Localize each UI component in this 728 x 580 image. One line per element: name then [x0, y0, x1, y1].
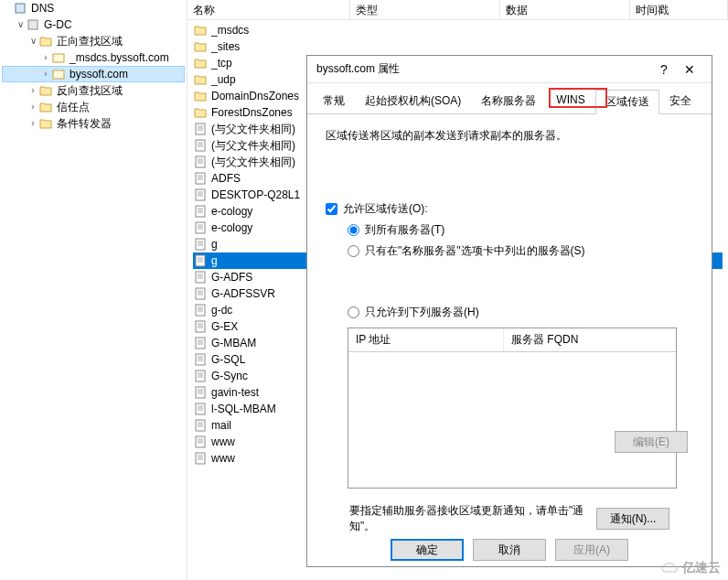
svg-rect-48 [196, 305, 205, 316]
zone-properties-dialog: byssoft.com 属性 ? ✕ 常规起始授权机构(SOA)名称服务器WIN… [306, 55, 712, 567]
dialog-titlebar[interactable]: byssoft.com 属性 ? ✕ [307, 56, 712, 83]
record-icon [193, 287, 208, 300]
record-icon [193, 156, 208, 168]
record-icon [193, 123, 208, 135]
list-item-label: www [211, 452, 235, 465]
col-data[interactable]: 数据 [500, 0, 630, 19]
tree-forward-zones[interactable]: ∨ 正向查找区域 [2, 33, 185, 49]
folder-icon [38, 101, 53, 113]
list-item-label: ADFS [211, 172, 241, 185]
radio-name-servers-label: 只有在"名称服务器"选项卡中列出的服务器(S) [365, 243, 585, 259]
radio-only-following-row[interactable]: 只允许到下列服务器(H) [348, 305, 693, 320]
col-name[interactable]: 名称 [187, 0, 350, 19]
notify-row: 要指定辅助服务器接收区域更新通知，请单击"通知"。 通知(N)... [326, 503, 693, 534]
dialog-footer: 确定 取消 应用(A) [307, 539, 712, 561]
record-icon [193, 172, 208, 185]
cloud-icon [660, 562, 679, 575]
ok-button[interactable]: 确定 [391, 539, 464, 561]
expand-icon[interactable]: › [27, 82, 38, 99]
tree-conditional-forwarders[interactable]: › 条件转发器 [2, 115, 185, 132]
col-type[interactable]: 类型 [350, 0, 500, 19]
dialog-tabs: 常规起始授权机构(SOA)名称服务器WINS区域传送安全 [307, 83, 712, 114]
svg-rect-24 [196, 206, 205, 217]
collapse-icon[interactable]: ∨ [15, 16, 26, 33]
folder-icon [38, 84, 53, 97]
radio-only-following[interactable] [348, 306, 359, 318]
watermark: 亿速云 [660, 560, 721, 576]
svg-rect-68 [196, 387, 205, 398]
highlight-allow-transfer [326, 161, 463, 201]
record-icon [193, 271, 208, 284]
record-icon [193, 238, 208, 251]
list-item[interactable]: _msdcs [193, 22, 723, 38]
tree-zone-byssoft[interactable]: › byssoft.com [2, 66, 185, 82]
radio-name-servers[interactable] [348, 245, 359, 257]
zone-icon [51, 68, 66, 81]
apply-button[interactable]: 应用(A) [555, 539, 628, 561]
expand-icon[interactable]: › [40, 49, 51, 66]
expand-icon[interactable]: › [27, 99, 38, 115]
svg-rect-8 [196, 140, 205, 151]
edit-button[interactable]: 编辑(E) [615, 431, 688, 453]
list-item-label: G-MBAM [211, 337, 256, 349]
tree-reverse-zones[interactable]: › 反向查找区域 [2, 82, 185, 99]
svg-rect-44 [196, 288, 205, 299]
tree-node-gdc[interactable]: ∨ G-DC [2, 16, 185, 33]
folder-icon [193, 90, 208, 102]
svg-rect-28 [196, 222, 205, 233]
expand-icon[interactable]: › [40, 66, 51, 82]
tab-nameservers[interactable]: 名称服务器 [471, 89, 546, 113]
highlight-only-following [348, 264, 536, 299]
dialog-title: byssoft.com 属性 [316, 61, 651, 77]
svg-rect-1 [28, 20, 37, 29]
list-item-label: l-SQL-MBAM [211, 403, 276, 415]
folder-icon [193, 57, 208, 70]
allowed-servers-table[interactable]: IP 地址 服务器 FQDN [348, 328, 677, 489]
tree-label: G-DC [44, 16, 183, 33]
help-icon[interactable]: ? [651, 62, 677, 77]
notify-text: 要指定辅助服务器接收区域更新通知，请单击"通知"。 [349, 503, 596, 534]
record-icon [193, 254, 208, 267]
highlight-zone-transfer-tab [549, 88, 607, 108]
list-item-label: G-SQL [211, 353, 245, 366]
list-item-label: (与父文件夹相同) [211, 155, 295, 170]
collapse-icon[interactable]: ∨ [27, 33, 38, 49]
svg-rect-56 [196, 338, 205, 349]
allow-zone-transfer-row[interactable]: 允许区域传送(O): [326, 201, 693, 217]
record-icon [193, 435, 208, 448]
record-icon [193, 320, 208, 333]
list-item-label: G-ADFS [211, 271, 252, 284]
allow-zone-transfer-checkbox[interactable] [326, 203, 337, 215]
record-icon [193, 403, 208, 415]
list-item-label: g [211, 254, 218, 267]
notify-button[interactable]: 通知(N)... [596, 508, 669, 530]
radio-name-servers-row[interactable]: 只有在"名称服务器"选项卡中列出的服务器(S) [348, 243, 693, 259]
svg-rect-80 [196, 436, 205, 447]
radio-all-servers-row[interactable]: 到所有服务器(T) [348, 222, 693, 238]
tree-label: 反向查找区域 [57, 82, 183, 99]
tree-label: byssoft.com [70, 66, 183, 82]
tree-zone-msdcs[interactable]: › _msdcs.byssoft.com [2, 49, 185, 66]
record-icon [193, 205, 208, 218]
svg-rect-12 [196, 156, 205, 167]
expand-icon[interactable]: › [27, 115, 38, 132]
svg-rect-60 [196, 354, 205, 365]
list-item-label: _msdcs [211, 24, 249, 37]
list-item-label: g-dc [211, 304, 232, 317]
tab-soa[interactable]: 起始授权机构(SOA) [355, 89, 471, 113]
svg-rect-20 [196, 189, 205, 200]
fqdn-col: 服务器 FQDN [504, 328, 676, 351]
tab-security[interactable]: 安全 [659, 89, 701, 113]
allow-zone-transfer-label: 允许区域传送(O): [343, 201, 428, 217]
tree-root-dns[interactable]: DNS [2, 0, 185, 16]
cancel-button[interactable]: 取消 [473, 539, 546, 561]
tree-trust-points[interactable]: › 信任点 [2, 99, 185, 115]
list-item-label: G-ADFSSVR [211, 287, 275, 300]
record-icon [193, 188, 208, 201]
list-item[interactable]: _sites [193, 38, 723, 55]
close-icon[interactable]: ✕ [677, 62, 702, 77]
list-item-label: _sites [211, 40, 240, 53]
col-timestamp[interactable]: 时间戳 [630, 0, 728, 19]
radio-all-servers[interactable] [348, 224, 359, 236]
tab-general[interactable]: 常规 [313, 89, 355, 113]
